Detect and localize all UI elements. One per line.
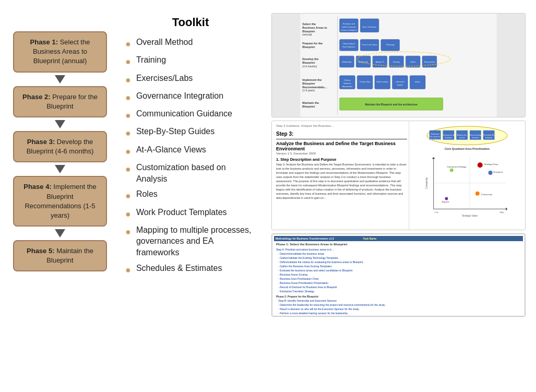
phase1-box: Phase 1: Select the Business Areas to Bl…: [13, 31, 107, 73]
svg-text:business: business: [445, 137, 452, 139]
bullet-icon: ●: [125, 264, 131, 276]
svg-point-91: [445, 197, 448, 200]
phase1-label-bold: Phase 1:: [30, 38, 58, 46]
svg-text:select business: select business: [342, 26, 356, 28]
svg-text:Stakeholder: Stakeholder: [342, 61, 352, 63]
list-item: ●Communication Guidance: [125, 108, 256, 122]
svg-text:Strategy Group: Strategy Group: [484, 163, 499, 165]
item4-text: Governance Integration: [136, 90, 223, 102]
svg-text:Determine: Determine: [431, 133, 439, 135]
phase5-label-bold: Phase 5:: [27, 247, 54, 255]
arrow-1: [55, 75, 65, 84]
svg-text:Select the: Select the: [302, 22, 316, 26]
svg-text:Blueprint: Blueprint: [302, 82, 315, 85]
svg-text:business: business: [472, 137, 479, 139]
list-item: ●Step-By-Step Guides: [125, 126, 256, 139]
svg-text:Blueprint: Blueprint: [302, 105, 315, 108]
svg-point-83: [478, 162, 483, 168]
svg-text:Develop the: Develop the: [302, 57, 318, 61]
bullet-icon: ●: [125, 74, 131, 86]
svg-text:Ownership &: Ownership &: [343, 42, 355, 45]
list-item: ●Overall Method: [125, 37, 256, 50]
bullet-icon: ●: [125, 91, 131, 104]
svg-text:Decompose the: Decompose the: [442, 134, 455, 136]
phase4-box: Phase 4: Implement the Blueprint Recomme…: [13, 176, 107, 227]
phase2-box: Phase 2: Prepare for the Blueprint: [13, 86, 107, 117]
item2-text: Training: [136, 54, 166, 66]
methodology-table: Methodology for Business Transformation …: [271, 233, 526, 317]
item7-text: At-A-Glance Views: [136, 144, 206, 156]
svg-text:Exec. Decision: Exec. Decision: [363, 26, 376, 28]
bullet-icon: ●: [125, 225, 131, 238]
bullet-icon: ●: [125, 189, 131, 202]
toolkit-column: Toolkit ●Overall Method ●Training ●Exerc…: [115, 10, 266, 382]
svg-text:Enterprise: Enterprise: [493, 171, 503, 173]
step3-version: Version 1.5, December 2008: [276, 152, 407, 155]
phase3-label-bold: Phase 3:: [27, 138, 55, 146]
phase3-box: Phase 3: Develop the Blueprint (4-6 mont…: [13, 131, 107, 162]
phases-column: Phase 1: Select the Business Areas to Bl…: [5, 10, 115, 382]
bullet-icon: ●: [125, 127, 131, 139]
list-item: ●Work Product Templates: [125, 207, 256, 220]
phase2-label-rest: Prepare for the Blueprint: [46, 93, 98, 110]
svg-text:High: High: [499, 211, 504, 213]
bullet-icon: ●: [125, 38, 131, 50]
table-inner: Methodology for Business Transformation …: [272, 234, 525, 316]
svg-text:Business: Business: [343, 82, 351, 85]
list-item: ●Exercises/Labs: [125, 73, 256, 86]
step3-section1-title: 1. Step Description and Purpose: [276, 157, 407, 162]
item11-text: Mapping to multiple processes, governanc…: [136, 224, 256, 258]
bullet-icon: ●: [125, 55, 131, 68]
svg-text:Perform: Perform: [344, 79, 350, 81]
svg-text:(4-6 months): (4-6 months): [302, 65, 317, 68]
svg-text:Commercial: Commercial: [481, 193, 492, 196]
list-item: ●At-A-Glance Views: [125, 144, 256, 158]
svg-text:Core Quadrant Area Prioritizat: Core Quadrant Area Prioritization: [445, 147, 490, 150]
svg-text:Blueprint: Blueprint: [302, 61, 315, 64]
item1-text: Overall Method: [136, 37, 193, 48]
svg-text:Exec Sponsor: Exec Sponsor: [342, 45, 355, 48]
svg-text:acquire: acquire: [397, 84, 403, 86]
arrow-4: [55, 229, 65, 237]
item6-text: Step-By-Step Guides: [136, 126, 215, 137]
svg-point-89: [475, 192, 480, 196]
table-title-text: Methodology for Business Transformation …: [276, 237, 334, 240]
item10-text: Work Product Templates: [136, 207, 227, 218]
svg-text:Recommendatio...: Recommendatio...: [302, 86, 327, 89]
table-title-row: Methodology for Business Transformation …: [274, 236, 523, 241]
svg-text:Support: Support: [442, 200, 449, 203]
svg-text:Blueprint: Blueprint: [302, 45, 315, 49]
svg-text:Low: Low: [435, 211, 438, 213]
svg-text:Define: Define: [410, 61, 415, 63]
phase2-label-bold: Phase 2:: [22, 93, 50, 101]
svg-text:Conduct Gap: Conduct Gap: [360, 81, 370, 83]
arrow-2: [55, 120, 65, 128]
arrow-3: [55, 165, 65, 173]
svg-text:Maintain the: Maintain the: [302, 101, 319, 104]
svg-text:Define solution: Define solution: [376, 81, 388, 83]
svg-text:Formulate the: Formulate the: [483, 134, 494, 136]
svg-text:Strategic Value: Strategic Value: [462, 215, 478, 217]
step3-document: Step 3 Guidance: Analyze the Business...…: [271, 121, 526, 230]
svg-text:Planning: Planning: [386, 43, 394, 46]
bullet-icon: ●: [125, 163, 131, 175]
svg-text:Analyze the: Analyze the: [457, 134, 467, 136]
list-item: ●Training: [125, 54, 256, 68]
list-item: ●Governance Integration: [125, 90, 256, 104]
svg-text:Define key target: Define key target: [469, 134, 482, 136]
item5-text: Communication Guidance: [136, 108, 232, 120]
svg-text:Complexity: Complexity: [425, 177, 428, 189]
phase1-header: Phase 1: Select the Business Areas to Bl…: [274, 241, 523, 246]
svg-text:Maintain the Blueprint and the: Maintain the Blueprint and the architect…: [365, 103, 418, 106]
main-container: Phase 1: Select the Business Areas to Bl…: [0, 0, 536, 392]
list-item: ●Mapping to multiple processes, governan…: [125, 224, 256, 258]
svg-text:Recommend: Recommend: [424, 61, 435, 63]
toolkit-title: Toolkit: [125, 16, 256, 29]
svg-text:Develop: Develop: [393, 61, 400, 63]
step3-number: Step 3:: [276, 131, 293, 137]
svg-text:Prepare for the: Prepare for the: [302, 42, 323, 45]
svg-text:Business Areas to: Business Areas to: [302, 26, 327, 29]
svg-text:the class for: the class for: [430, 136, 440, 138]
svg-text:Analyze IT: Analyze IT: [376, 61, 385, 63]
item8-text: Customization based on Analysis: [136, 162, 256, 184]
